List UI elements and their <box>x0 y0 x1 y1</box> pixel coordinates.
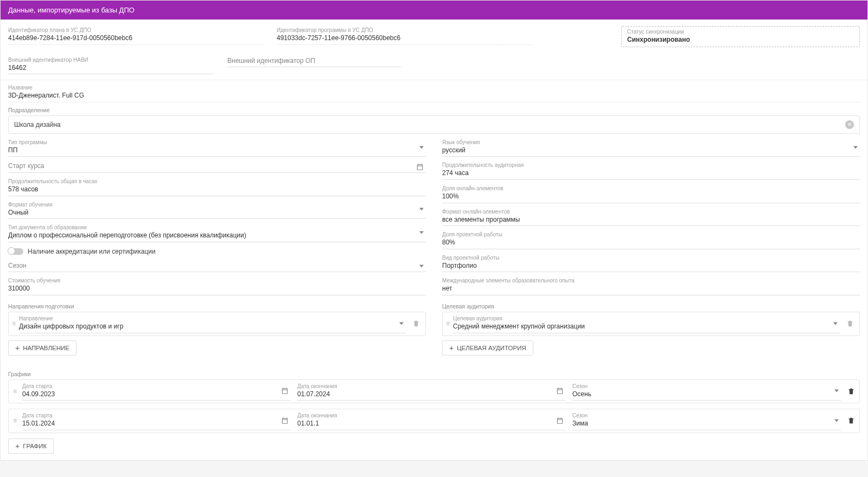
program-id-value: 491033dc-7257-11ee-9766-0050560bebc6 <box>277 34 532 43</box>
delete-audience-button[interactable] <box>844 319 856 328</box>
duration-aud-label: Продолжительность аудиторная <box>442 162 860 169</box>
doc-type-select[interactable]: Тип документа об образовании Диплом о пр… <box>8 223 426 242</box>
delete-schedule-button[interactable] <box>847 388 855 395</box>
division-remove-icon[interactable]: ✕ <box>845 120 854 129</box>
add-audience-button[interactable]: + Целевая аудитория <box>442 340 533 356</box>
schedule-season-label: Сезон <box>572 383 841 390</box>
format-select[interactable]: Формат обучения Очный <box>8 201 426 220</box>
calendar-icon[interactable] <box>556 387 564 395</box>
name-value: 3D-Дженералист. Full CG <box>8 92 860 100</box>
plus-icon: + <box>449 344 454 352</box>
sync-status-box: Статус синхронизации Синхронизировано <box>621 26 860 47</box>
online-format-field[interactable]: Формат онлайн-элементов все элементы про… <box>442 208 860 227</box>
calendar-icon[interactable] <box>281 387 289 395</box>
add-audience-label: Целевая аудитория <box>457 345 526 351</box>
ext-navi-field[interactable]: Внешний идентификатор НАВИ 16462 <box>8 56 214 75</box>
track-item-label: Направление <box>19 315 406 322</box>
lang-label: Язык обучения <box>442 139 860 146</box>
schedule-start-value: 04.09.2023 <box>22 390 291 399</box>
ext-op-field[interactable]: Внешний идентификатор ОП <box>227 56 401 68</box>
track-row: ≡ Направление Дизайн цифровых продуктов … <box>8 312 426 336</box>
duration-total-label: Продолжительность общая в часах <box>8 178 426 185</box>
schedule-start-value: 15.01.2024 <box>22 420 291 428</box>
schedule-season-value: Зима <box>572 420 841 428</box>
panel-header: Данные, импортируемые из базы ДПО <box>1 1 867 20</box>
plan-id-value: 414eb89e-7284-11ee-917d-0050560bebc6 <box>8 34 264 43</box>
plus-icon: + <box>15 442 20 450</box>
project-type-label: Вид проектной работы <box>442 255 860 261</box>
calendar-icon[interactable] <box>556 417 564 424</box>
project-share-label: Доля проектной работы <box>442 231 860 238</box>
duration-aud-value: 274 часа <box>442 169 860 178</box>
audience-row: ≡ Целевая аудитория Средний менеджмент к… <box>442 312 860 336</box>
lang-select[interactable]: Язык обучения русский <box>442 138 860 157</box>
program-id-label: Идентификатор программы в УС ДПО <box>277 27 532 34</box>
start-course-field[interactable]: Старт курса <box>8 161 426 173</box>
duration-aud-field[interactable]: Продолжительность аудиторная 274 часа <box>442 161 860 180</box>
season-select[interactable]: Сезон <box>8 261 426 273</box>
schedule-row: ≡Дата старта04.09.2023Дата окончания01.0… <box>8 379 860 404</box>
schedule-section-label: Графики <box>8 371 860 377</box>
schedule-end-field[interactable]: Дата окончания01.01.1 <box>297 411 566 430</box>
program-type-label: Тип программы <box>8 139 426 146</box>
audience-item-label: Целевая аудитория <box>453 315 840 322</box>
chevron-down-icon <box>834 390 839 392</box>
cost-value: 310000 <box>8 285 426 293</box>
track-item-value: Дизайн цифровых продуктов и игр <box>19 323 406 331</box>
schedule-end-field[interactable]: Дата окончания01.07.2024 <box>297 382 566 401</box>
chevron-down-icon <box>419 146 424 149</box>
format-label: Формат обучения <box>8 202 426 208</box>
schedule-start-field[interactable]: Дата старта04.09.2023 <box>22 382 291 401</box>
name-field: Название 3D-Дженералист. Full CG <box>8 83 860 102</box>
project-share-value: 80% <box>442 238 860 247</box>
schedule-row: ≡Дата старта15.01.2024Дата окончания01.0… <box>8 409 860 433</box>
project-share-field[interactable]: Доля проектной работы 80% <box>442 230 860 249</box>
delete-schedule-button[interactable] <box>847 417 855 424</box>
chevron-down-icon <box>399 322 404 325</box>
cost-field[interactable]: Стоимость обучения 310000 <box>8 276 426 295</box>
division-section-label: Подразделение <box>8 107 860 113</box>
format-value: Очный <box>8 209 426 217</box>
program-type-value: ПП <box>8 146 426 155</box>
schedule-season-select[interactable]: СезонЗима <box>572 411 841 430</box>
schedule-season-value: Осень <box>572 390 841 399</box>
drag-handle-icon[interactable]: ≡ <box>446 320 449 327</box>
schedule-start-label: Дата старта <box>22 383 291 390</box>
schedule-start-field[interactable]: Дата старта15.01.2024 <box>22 411 291 430</box>
add-track-button[interactable]: + Направление <box>8 340 76 356</box>
drag-handle-icon[interactable]: ≡ <box>13 388 16 395</box>
calendar-icon[interactable] <box>281 417 289 424</box>
schedule-season-select[interactable]: СезонОсень <box>572 382 841 401</box>
ext-op-placeholder: Внешний идентификатор ОП <box>227 57 401 66</box>
intl-value: нет <box>442 285 860 293</box>
division-chip: Школа дизайна ✕ <box>8 115 860 134</box>
intl-field[interactable]: Международные элементы образовательного … <box>442 276 860 295</box>
accreditation-toggle[interactable]: Наличие аккредитации или сертификации <box>8 248 426 255</box>
intl-label: Международные элементы образовательного … <box>442 278 860 284</box>
accreditation-label: Наличие аккредитации или сертификации <box>28 248 156 255</box>
doc-type-label: Тип документа об образовании <box>8 224 426 231</box>
drag-handle-icon[interactable]: ≡ <box>13 417 16 424</box>
online-share-field[interactable]: Доля онлайн-элементов 100% <box>442 184 860 203</box>
ext-navi-value: 16462 <box>8 64 214 73</box>
program-type-select[interactable]: Тип программы ПП <box>8 138 426 157</box>
duration-total-field[interactable]: Продолжительность общая в часах 578 часо… <box>8 177 426 196</box>
add-schedule-button[interactable]: + График <box>8 439 54 454</box>
lang-value: русский <box>442 146 860 155</box>
audience-section-label: Целевая аудитория <box>442 303 860 310</box>
plus-icon: + <box>15 344 20 352</box>
online-format-value: все элементы программы <box>442 216 860 224</box>
add-schedule-label: График <box>23 443 47 449</box>
division-value: Школа дизайна <box>14 121 61 128</box>
chevron-down-icon <box>419 208 424 211</box>
calendar-icon[interactable] <box>416 163 424 171</box>
program-id-field: Идентификатор программы в УС ДПО 491033d… <box>277 26 532 45</box>
project-type-field[interactable]: Вид проектной работы Портфолио <box>442 254 860 273</box>
chevron-down-icon <box>419 265 424 268</box>
project-type-value: Портфолио <box>442 262 860 270</box>
doc-type-value: Диплом о профессиональной переподготовке… <box>8 231 426 240</box>
cost-label: Стоимость обучения <box>8 278 426 284</box>
delete-track-button[interactable] <box>410 319 422 328</box>
plan-id-label: Идентификатор плана в УС ДПО <box>8 27 264 34</box>
drag-handle-icon[interactable]: ≡ <box>12 320 15 327</box>
